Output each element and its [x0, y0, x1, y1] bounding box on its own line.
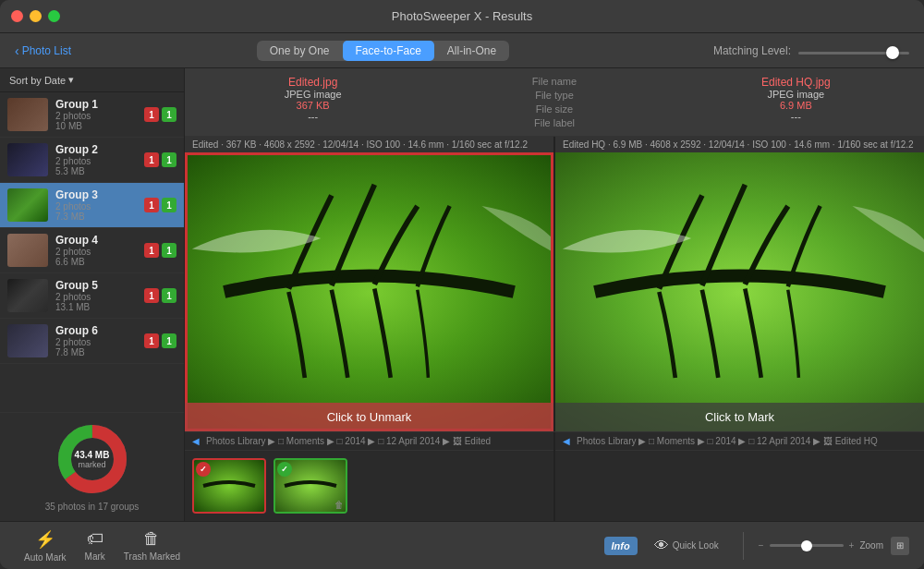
badge-green-1: 1 — [162, 107, 176, 122]
auto-mark-button[interactable]: ⚡ Auto Mark — [15, 526, 76, 566]
right-mark-button[interactable]: Click to Mark — [555, 403, 924, 431]
badge-green-5: 1 — [162, 288, 176, 303]
right-photo-display[interactable]: Click to Mark — [555, 152, 924, 431]
group-meta-photos-3: 2 photos — [55, 201, 140, 212]
right-meta-strip: Edited HQ · 6.9 MB · 4608 x 2592 · 12/04… — [555, 137, 924, 152]
group-info-6: Group 6 2 photos 7.8 MB — [55, 324, 140, 357]
delete-icon[interactable]: 🗑 — [334, 500, 344, 510]
right-filetype: JPEG image — [767, 89, 824, 100]
group-item-3[interactable]: Group 3 2 photos 7.3 MB 1 1 — [0, 183, 184, 228]
quick-look-label: Quick Look — [673, 540, 719, 551]
badge-red-5: 1 — [144, 288, 159, 303]
thumb-image-3 — [7, 188, 48, 222]
group-thumb-1 — [7, 98, 48, 131]
right-filesize: 6.9 MB — [780, 100, 812, 111]
right-path-strip: ◀ Photos Library ▶ □ Moments ▶ □ 2014 ▶ … — [555, 432, 924, 450]
pie-label: 43.4 MB marked — [75, 450, 110, 469]
badge-green-6: 1 — [162, 333, 176, 348]
tab-all-in-one[interactable]: All-in-One — [434, 41, 509, 61]
group-meta-size-3: 7.3 MB — [55, 212, 140, 222]
left-thumb-badge-2: ✓ — [277, 462, 292, 477]
auto-mark-icon: ⚡ — [35, 529, 55, 550]
group-badges-1: 1 1 — [144, 107, 176, 122]
group-thumb-5 — [7, 279, 48, 312]
main-content: Sort by Date ▾ Group 1 2 photos 10 MB — [0, 68, 924, 521]
center-filetype-label: File type — [535, 90, 574, 101]
matching-level-slider[interactable] — [798, 52, 909, 54]
group-meta-photos-2: 2 photos — [55, 156, 140, 166]
zoom-fit-icon: ⊞ — [896, 540, 904, 551]
minimize-button[interactable] — [30, 10, 42, 22]
quick-look-icon: 👁 — [654, 538, 669, 554]
left-thumb-1[interactable]: ✓ — [192, 458, 266, 514]
left-leaf-svg — [185, 152, 553, 431]
mark-icon: 🏷 — [87, 529, 103, 549]
group-item-1[interactable]: Group 1 2 photos 10 MB 1 1 — [0, 92, 184, 138]
mark-button[interactable]: 🏷 Mark — [76, 526, 115, 565]
group-info-2: Group 2 2 photos 5.3 MB — [55, 143, 140, 176]
thumb-image-2 — [7, 143, 48, 176]
group-info-5: Group 5 2 photos 13.1 MB — [55, 279, 140, 312]
tab-face-to-face[interactable]: Face-to-Face — [343, 41, 434, 61]
left-mark-button[interactable]: Click to Unmark — [185, 403, 553, 431]
info-button[interactable]: Info — [604, 537, 638, 555]
group-name-1: Group 1 — [55, 98, 140, 111]
group-thumb-4 — [7, 234, 48, 267]
group-item-6[interactable]: Group 6 2 photos 7.8 MB 1 1 — [0, 319, 184, 364]
left-photo-display[interactable]: Click to Unmark — [185, 152, 553, 431]
group-badges-4: 1 1 — [144, 243, 176, 258]
group-info-1: Group 1 2 photos 10 MB — [55, 98, 140, 131]
group-meta-photos-5: 2 photos — [55, 292, 140, 302]
quick-look-button[interactable]: 👁 Quick Look — [645, 534, 728, 558]
sidebar-header: Sort by Date ▾ — [0, 68, 184, 92]
traffic-lights — [11, 10, 60, 22]
thumb-image-6 — [7, 324, 48, 357]
group-item-2[interactable]: Group 2 2 photos 5.3 MB 1 1 — [0, 138, 184, 183]
left-thumb-strip: ✓ ✓ 🗑 — [185, 450, 553, 521]
badge-green-3: 1 — [162, 198, 176, 212]
right-path-arrow: ◀ — [563, 436, 570, 446]
zoom-control: − + Zoom — [759, 540, 883, 551]
badge-red-6: 1 — [144, 333, 159, 348]
thumb-image-1 — [7, 98, 48, 131]
center-filesize-label: File size — [536, 103, 573, 115]
maximize-button[interactable] — [48, 10, 60, 22]
trash-marked-button[interactable]: 🗑 Trash Marked — [115, 526, 189, 565]
group-thumb-2 — [7, 143, 48, 176]
group-meta-size-5: 13.1 MB — [55, 302, 140, 312]
main-window: PhotoSweeper X - Results ‹ Photo List On… — [0, 0, 924, 569]
tab-one-by-one[interactable]: One by One — [257, 41, 343, 61]
group-meta-photos-6: 2 photos — [55, 337, 140, 347]
center-filename-label: File name — [532, 76, 577, 87]
left-thumb-2[interactable]: ✓ 🗑 — [274, 458, 347, 514]
group-name-2: Group 2 — [55, 143, 140, 156]
left-thumb-badge-1: ✓ — [196, 462, 211, 477]
group-item-5[interactable]: Group 5 2 photos 13.1 MB 1 1 — [0, 273, 184, 319]
pie-chart: 43.4 MB marked — [55, 422, 129, 496]
content-panel: Edited.jpg JPEG image 367 KB --- File na… — [185, 68, 924, 521]
group-meta-photos-1: 2 photos — [55, 111, 140, 121]
group-name-3: Group 3 — [55, 188, 140, 201]
photos-count: 35 photos in 17 groups — [45, 502, 140, 512]
right-path-text: Photos Library ▶ □ Moments ▶ □ 2014 ▶ □ … — [577, 436, 878, 446]
right-bottom: ◀ Photos Library ▶ □ Moments ▶ □ 2014 ▶ … — [555, 432, 924, 521]
sidebar: Sort by Date ▾ Group 1 2 photos 10 MB — [0, 68, 185, 521]
zoom-slider[interactable] — [770, 544, 844, 547]
photo-pane-left: Edited · 367 KB · 4608 x 2592 · 12/04/14… — [185, 137, 555, 431]
right-leaf-svg — [555, 152, 924, 431]
group-item-4[interactable]: Group 4 2 photos 6.6 MB 1 1 — [0, 228, 184, 273]
close-button[interactable] — [11, 10, 23, 22]
zoom-fit-button[interactable]: ⊞ — [891, 537, 909, 555]
badge-red-3: 1 — [144, 198, 159, 212]
left-filename: Edited.jpg — [288, 76, 337, 89]
title-bar: PhotoSweeper X - Results — [0, 0, 924, 33]
file-info-right: Edited HQ.jpg JPEG image 6.9 MB --- — [668, 72, 924, 126]
group-meta-size-4: 6.6 MB — [55, 257, 140, 267]
sort-button[interactable]: Sort by Date ▾ — [9, 74, 175, 86]
back-button[interactable]: ‹ Photo List — [15, 43, 71, 58]
left-path-strip: ◀ Photos Library ▶ □ Moments ▶ □ 2014 ▶ … — [185, 432, 553, 450]
left-filesize: 367 KB — [297, 100, 330, 111]
sort-label: Sort by Date — [9, 75, 66, 86]
group-meta-photos-4: 2 photos — [55, 247, 140, 257]
left-filelabel: --- — [308, 111, 318, 122]
